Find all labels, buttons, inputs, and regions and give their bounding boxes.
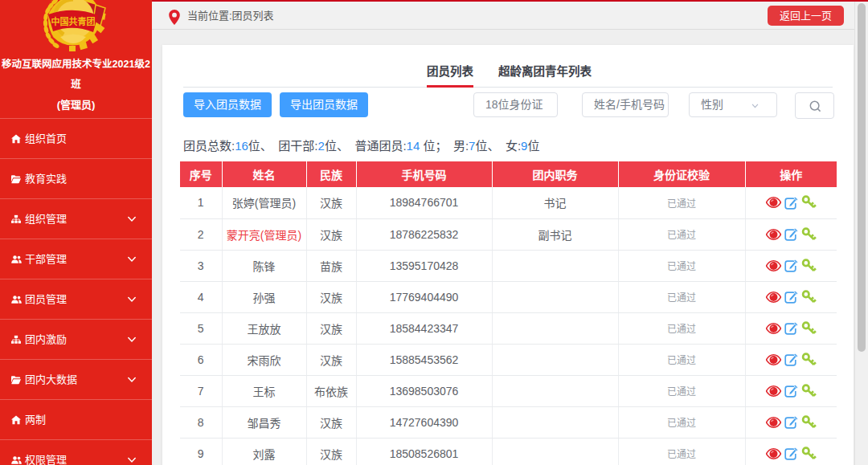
svg-text:中国共青团: 中国共青团: [51, 16, 96, 27]
